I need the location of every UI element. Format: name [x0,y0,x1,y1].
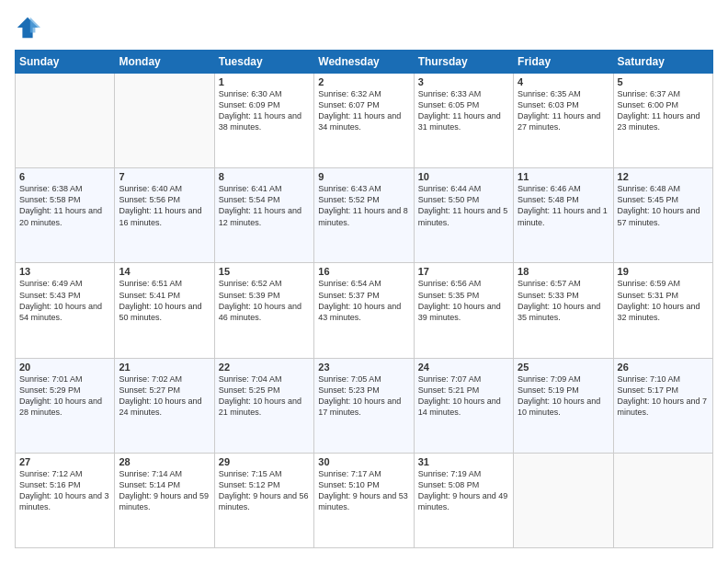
calendar-cell: 6Sunrise: 6:38 AM Sunset: 5:58 PM Daylig… [16,168,115,263]
day-info: Sunrise: 6:44 AM Sunset: 5:50 PM Dayligh… [418,183,509,228]
day-info: Sunrise: 6:54 AM Sunset: 5:37 PM Dayligh… [318,278,409,323]
day-info: Sunrise: 6:32 AM Sunset: 6:07 PM Dayligh… [318,88,409,133]
day-number: 12 [618,171,709,182]
calendar-week-1: 1Sunrise: 6:30 AM Sunset: 6:09 PM Daylig… [16,74,713,168]
calendar-cell: 23Sunrise: 7:05 AM Sunset: 5:23 PM Dayli… [314,358,414,453]
calendar-cell: 24Sunrise: 7:07 AM Sunset: 5:21 PM Dayli… [414,358,513,453]
svg-marker-1 [30,17,40,33]
calendar-week-5: 27Sunrise: 7:12 AM Sunset: 5:16 PM Dayli… [16,453,713,547]
day-number: 29 [219,456,310,467]
calendar-cell: 13Sunrise: 6:49 AM Sunset: 5:43 PM Dayli… [16,263,115,358]
calendar-cell: 11Sunrise: 6:46 AM Sunset: 5:48 PM Dayli… [514,168,613,263]
day-number: 8 [219,171,310,182]
day-number: 30 [318,456,409,467]
day-info: Sunrise: 6:52 AM Sunset: 5:39 PM Dayligh… [219,278,310,323]
day-info: Sunrise: 6:30 AM Sunset: 6:09 PM Dayligh… [219,88,310,133]
day-number: 5 [618,76,709,87]
day-info: Sunrise: 7:14 AM Sunset: 5:14 PM Dayligh… [119,468,210,513]
day-info: Sunrise: 7:01 AM Sunset: 5:29 PM Dayligh… [19,373,110,419]
day-info: Sunrise: 7:10 AM Sunset: 5:17 PM Dayligh… [618,373,709,419]
calendar-cell: 30Sunrise: 7:17 AM Sunset: 5:10 PM Dayli… [314,453,414,547]
calendar-cell: 20Sunrise: 7:01 AM Sunset: 5:29 PM Dayli… [16,358,115,453]
day-info: Sunrise: 6:57 AM Sunset: 5:33 PM Dayligh… [518,278,609,323]
day-number: 22 [219,362,310,373]
calendar-cell: 21Sunrise: 7:02 AM Sunset: 5:27 PM Dayli… [115,358,214,453]
page-header [15,15,713,40]
day-info: Sunrise: 6:35 AM Sunset: 6:03 PM Dayligh… [518,88,609,133]
calendar-cell [16,74,115,168]
day-info: Sunrise: 7:17 AM Sunset: 5:10 PM Dayligh… [318,468,409,513]
day-number: 21 [119,362,210,373]
day-number: 6 [19,171,110,182]
weekday-header-saturday: Saturday [613,51,712,74]
day-info: Sunrise: 7:07 AM Sunset: 5:21 PM Dayligh… [418,373,509,419]
day-info: Sunrise: 6:49 AM Sunset: 5:43 PM Dayligh… [19,278,110,323]
day-number: 15 [219,266,310,277]
day-number: 20 [19,362,110,373]
weekday-header-thursday: Thursday [414,51,513,74]
calendar-cell: 17Sunrise: 6:56 AM Sunset: 5:35 PM Dayli… [414,263,513,358]
day-info: Sunrise: 6:56 AM Sunset: 5:35 PM Dayligh… [418,278,509,323]
day-info: Sunrise: 6:46 AM Sunset: 5:48 PM Dayligh… [518,183,609,228]
weekday-header-sunday: Sunday [16,51,115,74]
day-info: Sunrise: 6:59 AM Sunset: 5:31 PM Dayligh… [618,278,709,323]
calendar-cell: 3Sunrise: 6:33 AM Sunset: 6:05 PM Daylig… [414,74,513,168]
day-number: 7 [119,171,210,182]
day-info: Sunrise: 6:51 AM Sunset: 5:41 PM Dayligh… [119,278,210,323]
day-info: Sunrise: 6:38 AM Sunset: 5:58 PM Dayligh… [19,183,110,228]
weekday-header-wednesday: Wednesday [314,51,414,74]
calendar-cell: 14Sunrise: 6:51 AM Sunset: 5:41 PM Dayli… [115,263,214,358]
day-number: 3 [418,76,509,87]
calendar-cell [115,74,214,168]
day-number: 11 [518,171,609,182]
calendar-cell: 8Sunrise: 6:41 AM Sunset: 5:54 PM Daylig… [214,168,313,263]
calendar-table: SundayMondayTuesdayWednesdayThursdayFrid… [15,50,713,548]
calendar-cell: 31Sunrise: 7:19 AM Sunset: 5:08 PM Dayli… [414,453,513,547]
calendar-cell: 10Sunrise: 6:44 AM Sunset: 5:50 PM Dayli… [414,168,513,263]
day-number: 25 [518,362,609,373]
calendar-cell: 7Sunrise: 6:40 AM Sunset: 5:56 PM Daylig… [115,168,214,263]
day-info: Sunrise: 7:02 AM Sunset: 5:27 PM Dayligh… [119,373,210,419]
day-number: 23 [318,362,409,373]
calendar-cell: 28Sunrise: 7:14 AM Sunset: 5:14 PM Dayli… [115,453,214,547]
day-info: Sunrise: 7:15 AM Sunset: 5:12 PM Dayligh… [219,468,310,513]
day-info: Sunrise: 6:33 AM Sunset: 6:05 PM Dayligh… [418,88,509,133]
day-info: Sunrise: 6:41 AM Sunset: 5:54 PM Dayligh… [219,183,310,228]
day-number: 2 [318,76,409,87]
weekday-header-monday: Monday [115,51,214,74]
day-number: 13 [19,266,110,277]
day-number: 14 [119,266,210,277]
day-number: 9 [318,171,409,182]
day-info: Sunrise: 6:43 AM Sunset: 5:52 PM Dayligh… [318,183,409,228]
day-number: 16 [318,266,409,277]
weekday-header-friday: Friday [514,51,613,74]
day-info: Sunrise: 7:04 AM Sunset: 5:25 PM Dayligh… [219,373,310,419]
calendar-cell: 18Sunrise: 6:57 AM Sunset: 5:33 PM Dayli… [514,263,613,358]
day-info: Sunrise: 7:12 AM Sunset: 5:16 PM Dayligh… [19,468,110,513]
day-info: Sunrise: 6:40 AM Sunset: 5:56 PM Dayligh… [119,183,210,228]
weekday-header-tuesday: Tuesday [214,51,313,74]
calendar-cell: 25Sunrise: 7:09 AM Sunset: 5:19 PM Dayli… [514,358,613,453]
weekday-header-row: SundayMondayTuesdayWednesdayThursdayFrid… [16,51,713,74]
calendar-cell: 12Sunrise: 6:48 AM Sunset: 5:45 PM Dayli… [613,168,712,263]
calendar-cell [514,453,613,547]
day-info: Sunrise: 6:37 AM Sunset: 6:00 PM Dayligh… [618,88,709,133]
day-number: 26 [618,362,709,373]
day-number: 17 [418,266,509,277]
calendar-week-3: 13Sunrise: 6:49 AM Sunset: 5:43 PM Dayli… [16,263,713,358]
calendar-cell: 5Sunrise: 6:37 AM Sunset: 6:00 PM Daylig… [613,74,712,168]
day-number: 24 [418,362,509,373]
calendar-cell: 26Sunrise: 7:10 AM Sunset: 5:17 PM Dayli… [613,358,712,453]
day-info: Sunrise: 6:48 AM Sunset: 5:45 PM Dayligh… [618,183,709,228]
day-number: 1 [219,76,310,87]
day-info: Sunrise: 7:19 AM Sunset: 5:08 PM Dayligh… [418,468,509,513]
day-info: Sunrise: 7:09 AM Sunset: 5:19 PM Dayligh… [518,373,609,419]
calendar-cell: 16Sunrise: 6:54 AM Sunset: 5:37 PM Dayli… [314,263,414,358]
calendar-week-4: 20Sunrise: 7:01 AM Sunset: 5:29 PM Dayli… [16,358,713,453]
logo-icon [15,15,40,40]
day-number: 28 [119,456,210,467]
calendar-cell: 29Sunrise: 7:15 AM Sunset: 5:12 PM Dayli… [214,453,313,547]
calendar-cell: 9Sunrise: 6:43 AM Sunset: 5:52 PM Daylig… [314,168,414,263]
calendar-cell: 27Sunrise: 7:12 AM Sunset: 5:16 PM Dayli… [16,453,115,547]
calendar-cell: 1Sunrise: 6:30 AM Sunset: 6:09 PM Daylig… [214,74,313,168]
